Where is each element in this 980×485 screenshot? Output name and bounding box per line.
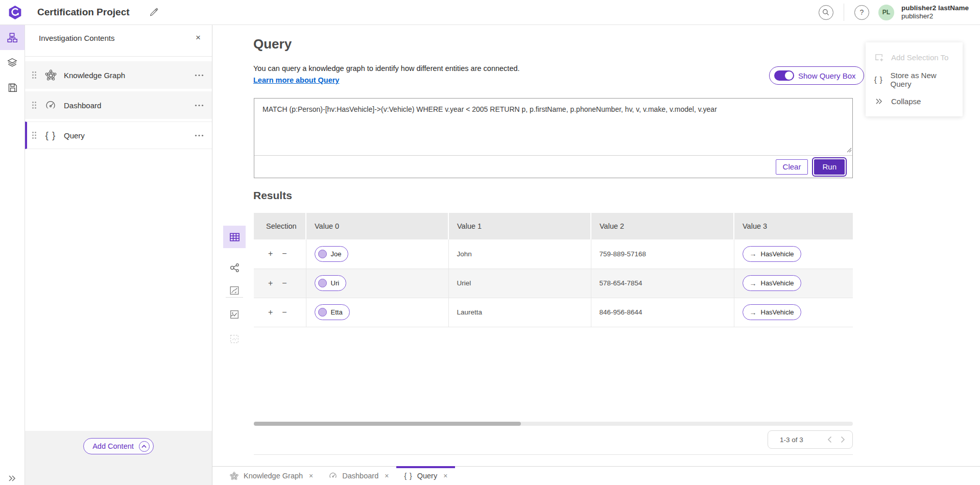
- help-button[interactable]: ?: [854, 5, 869, 20]
- add-selection-button[interactable]: +: [267, 279, 274, 288]
- map-view-button[interactable]: [223, 279, 246, 302]
- table-row: +− Uri Uriel 578-654-7854 →HasVehicle: [254, 269, 853, 298]
- cell-value: 846-956-8644: [600, 308, 642, 316]
- run-button[interactable]: Run: [814, 159, 845, 175]
- bottom-tab-bar: Knowledge Graph × Dashboard × { } Query …: [212, 466, 980, 485]
- remove-selection-button[interactable]: −: [281, 279, 288, 288]
- clear-button[interactable]: Clear: [776, 159, 808, 175]
- content-item-label: Query: [64, 131, 85, 140]
- network-icon: [229, 262, 241, 274]
- relationship-chip[interactable]: →HasVehicle: [743, 304, 801, 320]
- remove-selection-button[interactable]: −: [281, 249, 288, 258]
- hierarchy-icon: [7, 32, 18, 43]
- results-table: Selection Value 0 Value 1 Value 2 Value …: [254, 213, 853, 327]
- remove-selection-button[interactable]: −: [281, 308, 288, 317]
- previous-page-icon[interactable]: [827, 436, 832, 443]
- entity-chip-label: Etta: [331, 308, 343, 316]
- results-heading: Results: [253, 189, 292, 202]
- disabled-view-button: [223, 328, 246, 350]
- investigation-contents-panel: Investigation Contents × Knowledge Graph…: [25, 25, 212, 485]
- drag-handle-icon[interactable]: [32, 131, 37, 139]
- edit-title-icon[interactable]: [149, 8, 158, 17]
- double-chevron-right-icon: [874, 98, 884, 105]
- overflow-menu-icon[interactable]: [195, 74, 204, 77]
- search-icon: [822, 8, 830, 16]
- relationship-chip[interactable]: →HasVehicle: [743, 275, 801, 291]
- top-bar: Certification Project ? PL publisher2 la…: [0, 0, 980, 25]
- query-description: You can query a knowledge graph to ident…: [253, 64, 520, 72]
- tab-knowledge-graph[interactable]: Knowledge Graph ×: [222, 467, 321, 485]
- entity-chip-label: Uri: [331, 279, 340, 287]
- content-item-query[interactable]: { } Query: [25, 122, 212, 149]
- layers-icon: [7, 57, 18, 68]
- drag-handle-icon[interactable]: [32, 101, 37, 109]
- arrow-right-icon: →: [750, 250, 757, 258]
- view-switcher-strip: [223, 226, 246, 374]
- query-box: MATCH (p:Person)-[hv:HasVehicle]->(v:Veh…: [254, 98, 853, 178]
- relationship-chip-label: HasVehicle: [761, 308, 794, 316]
- cell-value: 578-654-7854: [600, 279, 642, 287]
- entity-node-icon: [318, 250, 327, 258]
- search-button[interactable]: [819, 5, 833, 20]
- cell-value: John: [457, 250, 472, 258]
- close-tab-icon[interactable]: ×: [385, 472, 389, 480]
- tab-query[interactable]: { } Query ×: [396, 467, 455, 485]
- horizontal-scrollbar[interactable]: [254, 422, 853, 426]
- toggle-switch-on[interactable]: [774, 70, 794, 81]
- entity-chip[interactable]: Etta: [315, 304, 350, 320]
- tab-dashboard[interactable]: Dashboard ×: [321, 467, 396, 485]
- learn-more-link[interactable]: Learn more about Query: [253, 76, 339, 84]
- next-page-icon[interactable]: [841, 436, 845, 443]
- content-bottom-border: [254, 454, 853, 455]
- add-selection-button[interactable]: +: [267, 308, 274, 317]
- table-icon: [229, 231, 241, 243]
- tab-label: Knowledge Graph: [244, 472, 303, 480]
- panel-title: Investigation Contents: [39, 34, 114, 42]
- main-content: Query You can query a knowledge graph to…: [212, 25, 980, 466]
- strip-divider: [226, 297, 243, 298]
- table-row: +− Joe John 759-889-57168 →HasVehicle: [254, 239, 853, 269]
- column-header-value3: Value 3: [734, 213, 853, 239]
- rail-item-save[interactable]: [0, 75, 25, 100]
- drag-handle-icon[interactable]: [32, 71, 37, 79]
- user-name-line1: publisher2 lastName: [901, 4, 969, 12]
- add-selection-button[interactable]: +: [267, 249, 274, 258]
- close-tab-icon[interactable]: ×: [309, 472, 313, 480]
- braces-icon: { }: [874, 75, 883, 84]
- content-item-label: Dashboard: [64, 101, 101, 110]
- map-contents-view-button[interactable]: [223, 303, 246, 326]
- show-query-box-toggle[interactable]: Show Query Box: [769, 66, 864, 85]
- cell-value: 759-889-57168: [600, 250, 647, 258]
- table-view-button[interactable]: [223, 226, 246, 248]
- content-item-knowledge-graph[interactable]: Knowledge Graph: [25, 61, 212, 89]
- menu-item-collapse[interactable]: Collapse: [866, 90, 963, 112]
- save-icon: [7, 82, 18, 93]
- rail-item-layers[interactable]: [0, 50, 25, 75]
- panel-footer: Add Content: [25, 431, 212, 485]
- relationship-chip-label: HasVehicle: [761, 250, 794, 258]
- rail-item-contents[interactable]: [0, 25, 25, 50]
- overflow-menu-icon[interactable]: [195, 104, 204, 107]
- relationship-chip[interactable]: →HasVehicle: [743, 246, 801, 262]
- close-tab-icon[interactable]: ×: [443, 472, 447, 480]
- overflow-menu-icon[interactable]: [195, 134, 204, 137]
- user-avatar[interactable]: PL: [878, 5, 894, 20]
- expand-rail-button[interactable]: [0, 475, 25, 482]
- network-view-button[interactable]: [223, 256, 246, 279]
- resize-grip-icon[interactable]: [846, 146, 852, 155]
- topbar-divider: [844, 4, 844, 21]
- menu-item-store-as-new-query[interactable]: { } Store as New Query: [866, 68, 963, 90]
- add-content-button[interactable]: Add Content: [83, 438, 154, 454]
- entity-chip[interactable]: Joe: [315, 246, 349, 262]
- pagination-label: 1-3 of 3: [780, 436, 803, 444]
- query-input[interactable]: MATCH (p:Person)-[hv:HasVehicle]->(v:Veh…: [254, 99, 852, 155]
- query-options-menu: Add Selection To { } Store as New Query …: [866, 42, 963, 116]
- entity-chip-label: Joe: [331, 250, 342, 258]
- pagination: 1-3 of 3: [768, 430, 853, 449]
- close-panel-icon[interactable]: ×: [193, 32, 204, 44]
- scrollbar-thumb[interactable]: [254, 422, 521, 426]
- content-item-dashboard[interactable]: Dashboard: [25, 91, 212, 119]
- cell-value: Uriel: [457, 279, 471, 287]
- cell-value: Lauretta: [457, 308, 483, 316]
- entity-chip[interactable]: Uri: [315, 275, 347, 291]
